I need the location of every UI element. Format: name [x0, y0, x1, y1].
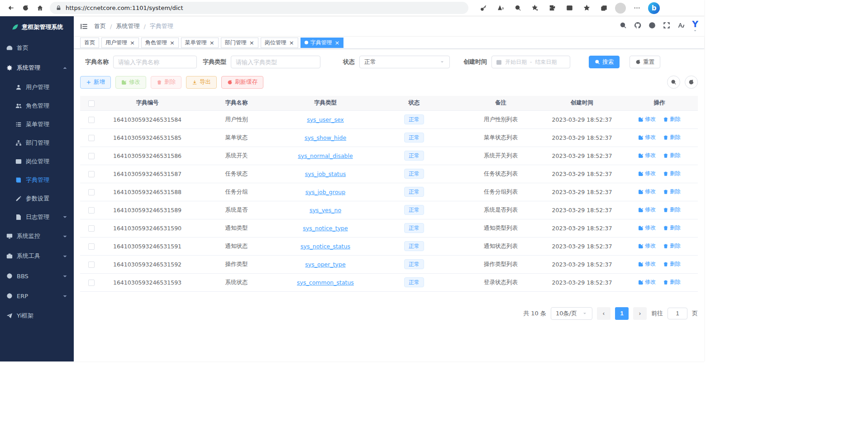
row-checkbox[interactable] [88, 171, 95, 177]
row-edit-link[interactable]: 修改 [638, 170, 656, 177]
delete-button[interactable]: 删除 [151, 76, 181, 89]
row-delete-link[interactable]: 删除 [663, 206, 681, 214]
tab-4[interactable]: 部门管理× [221, 38, 258, 48]
row-edit-link[interactable]: 修改 [638, 206, 656, 214]
row-edit-link[interactable]: 修改 [638, 278, 656, 286]
dict-type-link[interactable]: sys_show_hide [305, 134, 346, 141]
dict-type-link[interactable]: sys_normal_disable [298, 152, 353, 159]
row-edit-link[interactable]: 修改 [638, 152, 656, 159]
sidebar-item-param-settings[interactable]: 参数设置 [0, 189, 74, 208]
row-checkbox[interactable] [88, 117, 95, 123]
goto-page-input[interactable] [668, 308, 687, 319]
read-aloud-button[interactable] [495, 2, 507, 14]
row-edit-link[interactable]: 修改 [638, 133, 656, 141]
refresh-table-button[interactable] [685, 76, 698, 89]
collections-button[interactable] [598, 2, 610, 14]
sidebar-item-menu-management[interactable]: 菜单管理 [0, 115, 74, 133]
page-size-select[interactable]: 10条/页 [551, 307, 592, 320]
reset-button[interactable]: 重置 [630, 56, 660, 68]
browser-home-button[interactable] [33, 1, 47, 15]
tab-close-icon[interactable]: × [130, 40, 135, 46]
dict-type-input[interactable] [231, 56, 320, 68]
sidebar-toggle-icon[interactable] [80, 23, 88, 30]
address-bar[interactable]: https://ccnetcore.com:1101/system/dict [50, 2, 468, 14]
select-all-checkbox[interactable] [88, 100, 95, 107]
back-button[interactable] [4, 1, 18, 15]
row-delete-link[interactable]: 删除 [663, 133, 681, 141]
sidebar-item-role-management[interactable]: 角色管理 [0, 96, 74, 115]
tab-2[interactable]: 角色管理× [141, 38, 179, 48]
row-edit-link[interactable]: 修改 [638, 224, 656, 232]
refresh-cache-button[interactable]: 刷新缓存 [221, 76, 263, 89]
row-checkbox[interactable] [88, 207, 95, 214]
prev-page-button[interactable]: ‹ [597, 307, 610, 320]
dict-type-link[interactable]: sys_job_group [305, 189, 345, 195]
sidebar-item-user-management[interactable]: 用户管理 [0, 78, 74, 96]
sidebar-item-log-management[interactable]: 日志管理 [0, 208, 74, 226]
sidebar-item-yi-framework[interactable]: Yi框架 [0, 306, 74, 326]
next-page-button[interactable]: › [633, 307, 647, 320]
zoom-button[interactable] [512, 2, 524, 14]
sidebar-item-bbs[interactable]: BBS [0, 266, 74, 286]
row-checkbox[interactable] [88, 280, 95, 286]
breadcrumb-home[interactable]: 首页 [94, 22, 106, 30]
row-edit-link[interactable]: 修改 [638, 115, 656, 123]
row-edit-link[interactable]: 修改 [638, 188, 656, 195]
dict-type-link[interactable]: sys_job_status [305, 171, 346, 177]
row-delete-link[interactable]: 删除 [663, 224, 681, 232]
help-button[interactable] [649, 22, 656, 31]
split-screen-button[interactable] [563, 2, 576, 14]
dict-type-link[interactable]: sys_notice_type [303, 225, 348, 232]
fullscreen-button[interactable] [663, 22, 670, 31]
row-delete-link[interactable]: 删除 [663, 152, 681, 159]
row-edit-link[interactable]: 修改 [638, 242, 656, 250]
dict-type-link[interactable]: sys_oper_type [305, 261, 345, 268]
tab-close-icon[interactable]: × [335, 40, 340, 46]
dict-type-link[interactable]: sys_notice_status [300, 243, 350, 250]
sidebar-item-home[interactable]: 首页 [0, 38, 74, 58]
row-checkbox[interactable] [88, 261, 95, 268]
reload-button[interactable] [18, 1, 33, 15]
extensions-button[interactable] [546, 2, 558, 14]
current-page-button[interactable]: 1 [615, 307, 629, 320]
tab-6[interactable]: 字典管理× [300, 38, 344, 48]
edit-button[interactable]: 修改 [115, 76, 146, 89]
row-delete-link[interactable]: 删除 [663, 242, 681, 250]
profile-avatar[interactable] [615, 3, 626, 14]
tab-close-icon[interactable]: × [170, 40, 175, 46]
row-checkbox[interactable] [88, 135, 95, 141]
search-button[interactable]: 搜索 [589, 56, 620, 68]
row-checkbox[interactable] [88, 153, 95, 159]
sidebar-item-dict-management[interactable]: 字典管理 [0, 171, 74, 189]
more-button[interactable] [631, 2, 643, 14]
sidebar-item-system-monitor[interactable]: 系统监控 [0, 226, 74, 246]
sidebar-item-post-management[interactable]: 岗位管理 [0, 152, 74, 171]
row-delete-link[interactable]: 删除 [663, 115, 681, 123]
row-checkbox[interactable] [88, 243, 95, 250]
sidebar-item-system-management[interactable]: 系统管理 [0, 58, 74, 78]
tab-close-icon[interactable]: × [249, 40, 254, 46]
sidebar-item-erp[interactable]: ERP [0, 286, 74, 306]
dict-type-link[interactable]: sys_yes_no [310, 207, 341, 214]
dict-type-link[interactable]: sys_common_status [297, 279, 354, 286]
sidebar-item-dept-management[interactable]: 部门管理 [0, 133, 74, 152]
row-checkbox[interactable] [88, 225, 95, 232]
font-size-button[interactable] [677, 22, 685, 31]
breadcrumb-system[interactable]: 系统管理 [116, 22, 139, 30]
row-delete-link[interactable]: 删除 [663, 188, 681, 195]
tab-close-icon[interactable]: × [289, 40, 294, 46]
github-button[interactable] [634, 22, 641, 31]
date-range-picker[interactable]: 开始日期 - 结束日期 [491, 56, 570, 68]
favorite-add-button[interactable] [529, 2, 541, 14]
tab-close-icon[interactable]: × [210, 40, 215, 46]
sidebar-item-system-tools[interactable]: 系统工具 [0, 246, 74, 266]
add-button[interactable]: 新增 [80, 76, 111, 89]
brand-logo[interactable]: Y [692, 20, 698, 33]
export-button[interactable]: 导出 [186, 76, 217, 89]
password-key-button[interactable] [477, 2, 490, 14]
bing-icon[interactable]: b [648, 2, 660, 14]
tab-1[interactable]: 用户管理× [101, 38, 139, 48]
dict-name-input[interactable] [113, 56, 197, 68]
search-button[interactable] [620, 22, 627, 31]
toggle-search-button[interactable] [667, 76, 680, 89]
